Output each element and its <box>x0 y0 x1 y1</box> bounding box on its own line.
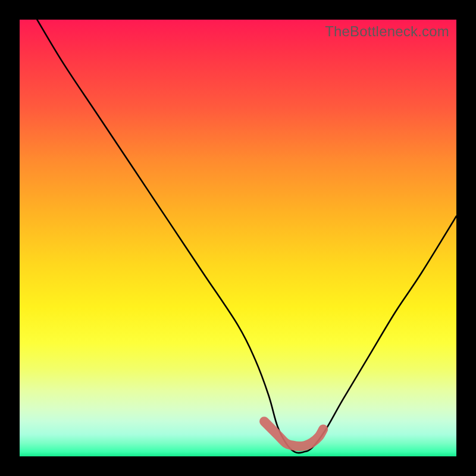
curve-layer <box>20 20 456 456</box>
chart-frame: TheBottleneck.com <box>0 0 476 476</box>
plot-area: TheBottleneck.com <box>20 20 456 456</box>
highlight-band <box>264 421 323 446</box>
bottleneck-curve <box>37 20 456 453</box>
